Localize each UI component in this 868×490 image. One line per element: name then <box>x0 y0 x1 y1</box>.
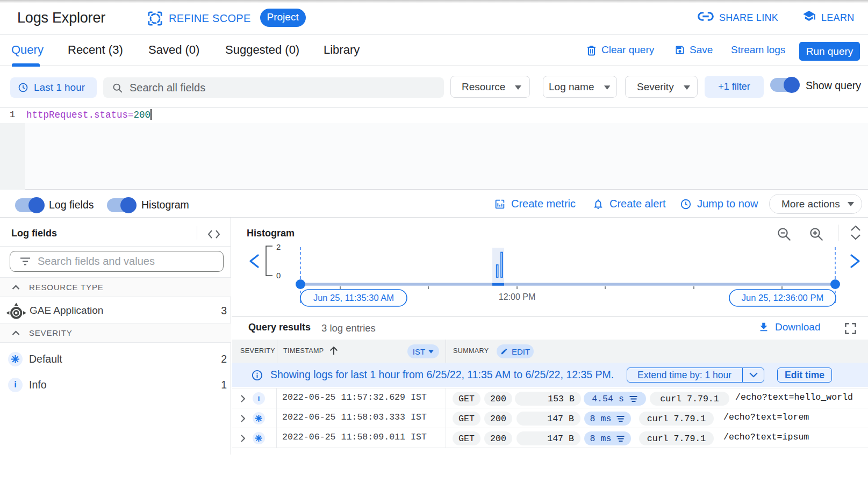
svg-text:Jun 25, 12:36:00 PM: Jun 25, 12:36:00 PM <box>742 293 823 302</box>
svg-text:2: 2 <box>276 242 281 251</box>
svg-text:Jun 25, 11:35:30 AM: Jun 25, 11:35:30 AM <box>313 293 394 302</box>
svg-text:0: 0 <box>276 271 281 280</box>
svg-text:12:00 PM: 12:00 PM <box>499 292 535 301</box>
